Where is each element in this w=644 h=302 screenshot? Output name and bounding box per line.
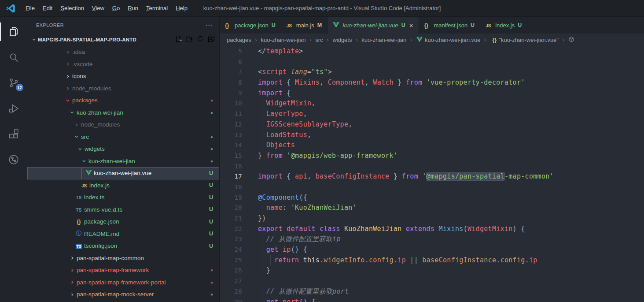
tree-item-pan-spatial-map-common[interactable]: ›pan-spatial-map-common bbox=[27, 252, 219, 265]
breadcrumb-item-kuo-zhan-wei-jian[interactable]: kuo-zhan-wei-jian bbox=[261, 37, 305, 43]
breadcrumb-item-kuo-zhan-wei-jian.vue[interactable]: kuo-zhan-wei-jian.vue bbox=[416, 37, 480, 43]
code-line-10[interactable]: 10 WidgetMixin, bbox=[220, 98, 644, 109]
tree-item-label: README.md bbox=[84, 231, 206, 237]
menu-view[interactable]: View bbox=[88, 0, 108, 17]
code-line-28[interactable]: 28 // 从微件配置里获取port bbox=[220, 287, 644, 297]
search-icon[interactable] bbox=[0, 45, 27, 70]
menu-terminal[interactable]: Terminal bbox=[142, 0, 172, 17]
code-line-8[interactable]: 8import { Mixins, Component, Watch } fro… bbox=[220, 78, 644, 88]
tab-label: kuo-zhan-wei-jian.vue bbox=[342, 22, 398, 29]
tree-item-kuo-zhan-wei-jian.vue[interactable]: kuo-zhan-wei-jian.vueU bbox=[27, 167, 219, 179]
menu-edit[interactable]: Edit bbox=[39, 0, 56, 17]
menu-go[interactable]: Go bbox=[108, 0, 124, 17]
line-number: 13 bbox=[220, 130, 242, 141]
tree-item-shims-vue.d.ts[interactable]: TSshims-vue.d.tsU bbox=[27, 204, 219, 216]
extensions-icon[interactable] bbox=[0, 121, 27, 147]
code-line-26[interactable]: 26 } bbox=[220, 265, 644, 276]
tree-item-kuo-zhan-wei-jian[interactable]: ›kuo-zhan-wei-jian● bbox=[27, 107, 219, 119]
collapse-all-icon[interactable] bbox=[208, 35, 215, 44]
tree-item-pan-spatial-map-mock-server[interactable]: ›pan-spatial-map-mock-server● bbox=[27, 288, 219, 301]
code-editor[interactable]: 5</template>67<script lang="ts">8import … bbox=[220, 46, 644, 302]
menu-help[interactable]: Help bbox=[172, 0, 191, 17]
tree-item-tsconfig.json[interactable]: TStsconfig.jsonU bbox=[27, 240, 219, 252]
tree-item-node-modules[interactable]: ›node_modules bbox=[27, 119, 219, 131]
breadcrumb-item-symbol[interactable] bbox=[568, 37, 577, 43]
tree-item-index.ts[interactable]: TSindex.tsU bbox=[27, 191, 219, 204]
breadcrumb-item-src[interactable]: src bbox=[315, 37, 323, 43]
js-file-icon: JS bbox=[80, 182, 88, 189]
code-line-19[interactable]: 19@Component({ bbox=[220, 193, 644, 203]
explorer-icon[interactable] bbox=[0, 19, 27, 45]
tree-item-node-modules[interactable]: ›node_modules bbox=[27, 82, 219, 95]
tree-item-pan-spatial-map-framework-portal[interactable]: ›pan-spatial-map-framework-portal● bbox=[27, 276, 219, 289]
tree-item-kuo-zhan-wei-jian[interactable]: ›kuo-zhan-wei-jian● bbox=[27, 155, 219, 168]
tab-package.json[interactable]: {}package.jsonU bbox=[220, 17, 281, 34]
code-line-9[interactable]: 9import { bbox=[220, 88, 644, 99]
code-line-15[interactable]: 15} from '@mapgis/web-app-framework' bbox=[220, 151, 644, 161]
tree-item-src[interactable]: ›src● bbox=[27, 131, 219, 143]
tree-item-readme.md[interactable]: ⓘREADME.mdU bbox=[27, 228, 219, 240]
tree-item-pan-spatial-map-framework[interactable]: ›pan-spatial-map-framework● bbox=[27, 264, 219, 276]
source-control-icon[interactable]: 17 bbox=[0, 70, 27, 96]
problems-dot-badge: ● bbox=[210, 280, 213, 285]
code-line-18[interactable]: 18 bbox=[220, 182, 644, 193]
tab-index.js[interactable]: JSindex.jsU bbox=[480, 17, 527, 34]
circle-branch-icon[interactable] bbox=[0, 147, 27, 172]
breadcrumb-item-widgets[interactable]: widgets bbox=[332, 37, 352, 43]
chevron-right-icon: › bbox=[69, 279, 76, 286]
code-line-20[interactable]: 20 name: 'KuoZhanWeiJian' bbox=[220, 203, 644, 213]
problems-dot-badge: ● bbox=[210, 159, 213, 164]
menu-file[interactable]: File bbox=[22, 0, 39, 17]
code-line-27[interactable]: 27 bbox=[220, 276, 644, 287]
menu-run[interactable]: Run bbox=[124, 0, 142, 17]
close-icon[interactable]: × bbox=[409, 22, 413, 29]
breadcrumb-item-kuo-zhan-wei-jian[interactable]: kuo-zhan-wei-jian bbox=[361, 37, 406, 43]
more-actions-icon[interactable]: ⋯ bbox=[206, 21, 213, 29]
code-line-14[interactable]: 14 Objects bbox=[220, 140, 644, 151]
chevron-down-icon: › bbox=[81, 157, 88, 164]
breadcrumb-label: packages bbox=[227, 37, 251, 43]
code-line-29[interactable]: 29 get port() { bbox=[220, 297, 644, 302]
code-line-16[interactable]: 16 bbox=[220, 161, 644, 172]
run-debug-icon[interactable] bbox=[0, 96, 27, 121]
chevron-right-icon: › bbox=[64, 85, 71, 92]
tab-manifest.json[interactable]: {}manifest.jsonU bbox=[419, 17, 481, 34]
tree-item-label: tsconfig.json bbox=[84, 242, 206, 249]
indent-guide bbox=[262, 130, 262, 141]
code-line-24[interactable]: 24 get ip() { bbox=[220, 245, 644, 255]
code-line-11[interactable]: 11 LayerType, bbox=[220, 109, 644, 119]
indent-guide bbox=[262, 98, 262, 109]
code-line-17[interactable]: 17import { api, baseConfigInstance } fro… bbox=[220, 172, 644, 182]
tab-kuo-zhan-wei-jian.vue[interactable]: kuo-zhan-wei-jian.vueU× bbox=[328, 17, 419, 34]
tree-item-packages[interactable]: ›packages● bbox=[27, 94, 219, 107]
tree-item-.idea[interactable]: ›.idea bbox=[27, 46, 219, 58]
new-folder-icon[interactable] bbox=[186, 35, 193, 44]
refresh-icon[interactable] bbox=[197, 35, 204, 44]
vue-file-icon bbox=[416, 37, 425, 43]
project-section-header[interactable]: › MAPGIS-PAN-SPATIAL-MAP-PRO-ANTD bbox=[27, 34, 219, 46]
tab-main.js[interactable]: JSmain.jsM bbox=[281, 17, 328, 34]
tab-label: package.json bbox=[235, 22, 269, 29]
tab-label: main.js bbox=[296, 22, 314, 29]
code-line-7[interactable]: 7<script lang="ts"> bbox=[220, 67, 644, 78]
breadcrumb-item-kuo-zhan-wei-jian.vue[interactable]: {}"kuo-zhan-wei-jian.vue" bbox=[490, 37, 559, 43]
tree-item-package.json[interactable]: {}package.jsonU bbox=[27, 216, 219, 228]
code-line-21[interactable]: 21}) bbox=[220, 213, 644, 224]
menu-selection[interactable]: Selection bbox=[56, 0, 88, 17]
chevron-right-icon: › bbox=[69, 267, 76, 274]
code-line-13[interactable]: 13 LoadStatus, bbox=[220, 130, 644, 141]
code-line-25[interactable]: 25 return this.widgetInfo.config.ip || b… bbox=[220, 255, 644, 266]
code-line-5[interactable]: 5</template> bbox=[220, 46, 644, 57]
code-line-6[interactable]: 6 bbox=[220, 57, 644, 67]
new-file-icon[interactable] bbox=[175, 35, 182, 44]
code-line-12[interactable]: 12 IGSSceneSublayerType, bbox=[220, 119, 644, 130]
tree-item-icons[interactable]: ›icons bbox=[27, 70, 219, 82]
tsconfig-file-icon: TS bbox=[74, 242, 83, 249]
tree-item-.vscode[interactable]: ›.vscode bbox=[27, 58, 219, 71]
breadcrumb-item-packages[interactable]: packages bbox=[227, 37, 251, 43]
code-line-22[interactable]: 22export default class KuoZhanWeiJian ex… bbox=[220, 224, 644, 235]
tree-item-index.js[interactable]: JSindex.jsU bbox=[27, 179, 219, 192]
code-line-23[interactable]: 23 // 从微件配置里获取ip bbox=[220, 234, 644, 245]
tree-item-widgets[interactable]: ›widgets● bbox=[27, 143, 219, 155]
explorer-actions bbox=[175, 35, 215, 44]
